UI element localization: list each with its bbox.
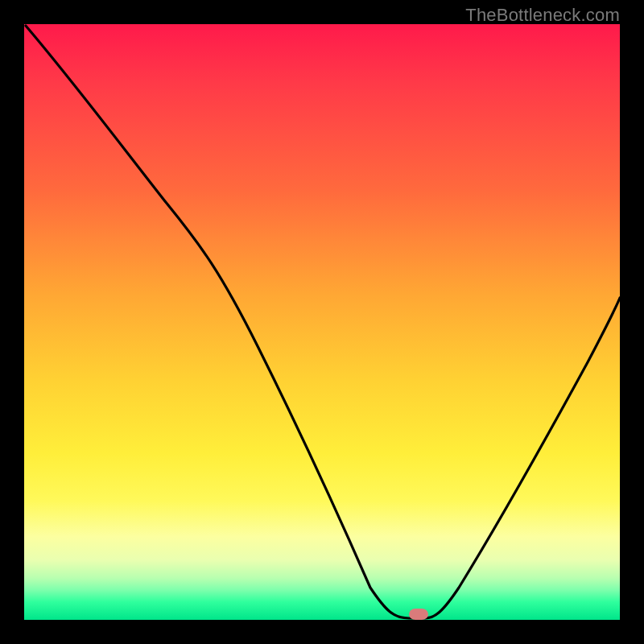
- chart-frame: TheBottleneck.com: [0, 0, 644, 644]
- curve-path: [26, 26, 620, 618]
- min-marker: [409, 609, 428, 620]
- attribution-text: TheBottleneck.com: [465, 5, 620, 26]
- plot-area: [24, 24, 620, 620]
- bottleneck-curve: [24, 24, 620, 620]
